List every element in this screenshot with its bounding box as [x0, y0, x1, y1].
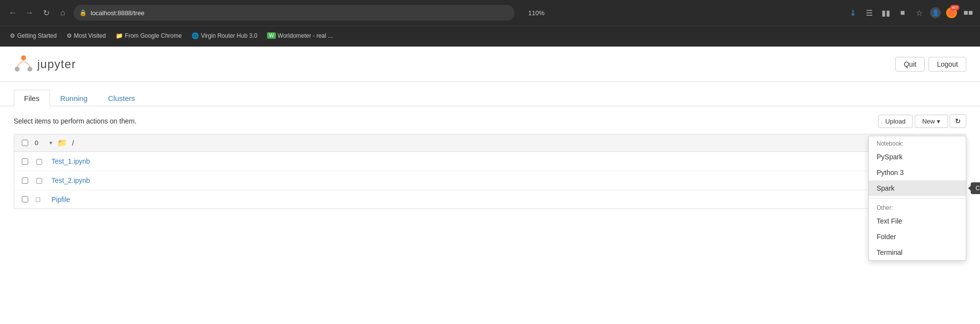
jupyter-logo: jupyter — [14, 54, 76, 74]
tab-clusters[interactable]: Clusters — [98, 90, 146, 106]
terminal-option[interactable]: Terminal — [869, 245, 966, 260]
file-link[interactable]: Test_2.ipynb — [51, 176, 90, 184]
bookmark-worldometer[interactable]: W Worldometer - real ... — [263, 30, 337, 41]
bookmark-from-google-chrome[interactable]: 📁 From Google Chrome — [112, 30, 186, 41]
tabs-bar: Files Running Clusters — [0, 82, 980, 106]
firefox-sync-icon[interactable]: 407 — [946, 7, 957, 19]
pyspark-option[interactable]: PySpark — [869, 149, 966, 165]
reading-mode-icon[interactable]: ▮▮ — [880, 7, 892, 19]
jupyter-header: jupyter Quit Logout — [0, 47, 980, 82]
folder-option[interactable]: Folder — [869, 229, 966, 245]
current-folder-icon: 📁 — [57, 138, 67, 148]
svg-point-0 — [21, 55, 26, 60]
table-row: ▢ Test_1.ipynb — [14, 152, 966, 171]
row-checkbox[interactable] — [20, 158, 30, 165]
bookmark-label: Getting Started — [17, 32, 57, 39]
download-icon[interactable]: ⇓ — [847, 7, 858, 19]
tab-files[interactable]: Files — [14, 90, 50, 106]
row-checkbox[interactable] — [20, 196, 30, 202]
current-path: / — [72, 139, 74, 147]
text-file-option[interactable]: Text File — [869, 213, 966, 229]
folder-icon: 📁 — [116, 32, 123, 39]
table-row: ▢ Test_2.ipynb — [14, 171, 966, 190]
jupyter-logo-text: jupyter — [37, 57, 76, 71]
tab-running[interactable]: Running — [50, 90, 98, 106]
toolbar-right: ⇓ ☰ ▮▮ ■ ☆ 👤 407 ■■ — [847, 7, 974, 19]
bookmark-getting-started[interactable]: ⚙ Getting Started — [6, 30, 61, 41]
svg-point-2 — [27, 67, 32, 72]
file-table-header: 0 ▾ 📁 / Name ↓ — [14, 134, 966, 152]
jupyter-content: Files Running Clusters Select items to p… — [0, 82, 980, 324]
address-bar[interactable]: 🔒 localhost:8888/tree — [74, 5, 514, 21]
upload-button[interactable]: Upload — [878, 115, 913, 128]
text-file-icon: □ — [36, 195, 46, 203]
quit-button[interactable]: Quit — [895, 57, 925, 72]
bookmark-label: Virgin Router Hub 3.0 — [201, 32, 257, 39]
nav-buttons: ← → ↻ ⌂ — [6, 6, 70, 20]
select-items-text: Select items to perform actions on them. — [14, 117, 137, 125]
pocket-icon[interactable]: ■ — [897, 7, 908, 19]
jupyter-logo-icon — [14, 54, 33, 74]
extensions-icon[interactable]: ■■ — [962, 7, 974, 19]
refresh-button[interactable]: ↻ — [950, 114, 966, 128]
bookmark-icon: 🌐 — [192, 32, 199, 39]
bookmark-label: Worldometer - real ... — [278, 32, 333, 39]
bookmark-virgin-router[interactable]: 🌐 Virgin Router Hub 3.0 — [188, 30, 261, 41]
file-table: 0 ▾ 📁 / Name ↓ ▢ Test_1.ipynb — [14, 134, 966, 209]
notebook-icon: ▢ — [36, 176, 46, 185]
browser-toolbar: ← → ↻ ⌂ 🔒 localhost:8888/tree 110% ⇓ ☰ ▮… — [0, 0, 980, 25]
bookmark-most-visited[interactable]: ⚙ Most Visited — [63, 30, 110, 41]
table-row: □ Pipfile — [14, 190, 966, 208]
dropdown-divider — [869, 198, 966, 199]
bookmarks-icon[interactable]: ☰ — [863, 7, 875, 19]
bookmark-icon: W — [267, 32, 275, 39]
spark-tooltip: Create a new notebook with Spark — [971, 182, 980, 194]
select-all-checkbox[interactable] — [20, 140, 30, 146]
file-link[interactable]: Test_1.ipynb — [51, 157, 90, 165]
browser-chrome: ← → ↻ ⌂ 🔒 localhost:8888/tree 110% ⇓ ☰ ▮… — [0, 0, 980, 47]
new-dropdown-menu: Notebook: PySpark Python 3 Spark Create … — [868, 136, 966, 261]
bookmark-label: From Google Chrome — [125, 32, 182, 39]
file-link[interactable]: Pipfile — [51, 196, 70, 203]
refresh-button[interactable]: ↻ — [39, 6, 53, 20]
notebook-section-label: Notebook: — [869, 136, 966, 149]
zoom-level: 110% — [528, 9, 544, 17]
home-button[interactable]: ⌂ — [56, 6, 70, 20]
star-icon[interactable]: ☆ — [913, 7, 925, 19]
back-button[interactable]: ← — [6, 6, 20, 20]
header-buttons: Quit Logout — [895, 57, 966, 72]
lock-icon: 🔒 — [79, 9, 87, 16]
logout-button[interactable]: Logout — [929, 57, 966, 72]
forward-button[interactable]: → — [23, 6, 36, 20]
bookmark-icon: ⚙ — [67, 32, 72, 39]
python3-option[interactable]: Python 3 — [869, 165, 966, 180]
action-buttons: Upload New ▾ ↻ — [878, 114, 966, 128]
notebook-icon: ▢ — [36, 157, 46, 166]
profile-icon[interactable]: 👤 — [930, 7, 941, 18]
url-text: localhost:8888/tree — [91, 9, 145, 17]
bookmarks-bar: ⚙ Getting Started ⚙ Most Visited 📁 From … — [0, 25, 980, 45]
bookmark-icon: ⚙ — [10, 32, 15, 39]
count-caret[interactable]: ▾ — [49, 140, 52, 146]
selected-count: 0 — [35, 139, 45, 147]
jupyter-app: jupyter Quit Logout Files Running Cluste… — [0, 47, 980, 324]
file-actions: Select items to perform actions on them.… — [14, 114, 966, 128]
new-button[interactable]: New ▾ — [915, 115, 948, 128]
svg-point-1 — [15, 67, 20, 72]
bookmark-label: Most Visited — [74, 32, 106, 39]
other-section-label: Other: — [869, 200, 966, 213]
spark-option[interactable]: Spark Create a new notebook with Spark — [869, 180, 966, 196]
row-checkbox[interactable] — [20, 177, 30, 184]
file-browser: Select items to perform actions on them.… — [0, 106, 980, 324]
